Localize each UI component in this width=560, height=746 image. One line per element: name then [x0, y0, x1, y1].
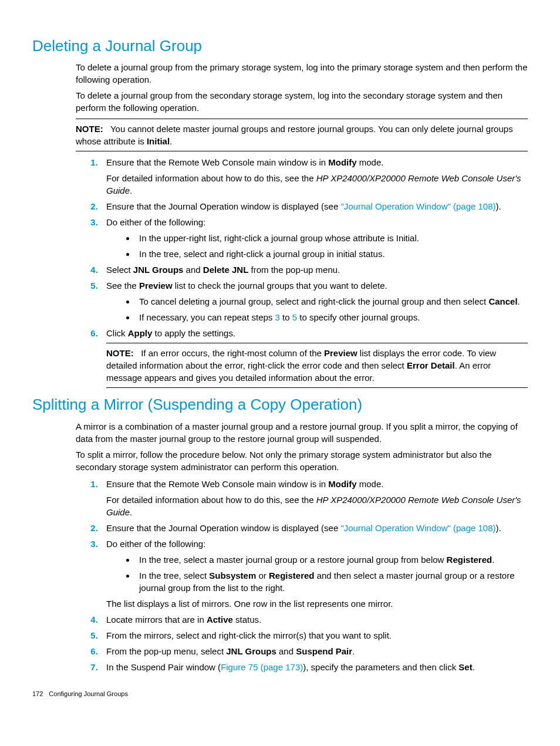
bullet: If necessary, you can repeat steps 3 to … — [136, 311, 528, 323]
bold: Initial — [147, 136, 170, 146]
para: To split a mirror, follow the procedure … — [76, 448, 528, 473]
bold: Delete JNL — [203, 265, 249, 275]
text: See the — [106, 281, 139, 291]
section-heading-deleting: Deleting a Journal Group — [32, 35, 528, 56]
link-journal-operation[interactable]: "Journal Operation Window" (page 108) — [340, 523, 495, 533]
bold: Preview — [324, 348, 357, 358]
text: For detailed information about how to do… — [106, 495, 316, 505]
text: Ensure that the Journal Operation window… — [106, 523, 340, 533]
note-text: You cannot delete master journal groups … — [76, 124, 513, 146]
section-heading-splitting: Splitting a Mirror (Suspending a Copy Op… — [32, 394, 528, 415]
step: Ensure that the Journal Operation window… — [100, 200, 528, 212]
text: If an error occurs, the right-most colum… — [141, 348, 324, 358]
para: To delete a journal group from the prima… — [76, 61, 528, 86]
text: to apply the settings. — [152, 328, 235, 338]
section-body: To delete a journal group from the prima… — [76, 61, 528, 388]
text: From the pop-up menu, select — [106, 646, 226, 656]
step: From the mirrors, select and right-click… — [100, 629, 528, 642]
step: Ensure that the Journal Operation window… — [100, 522, 528, 534]
note-box: NOTE: If an error occurs, the right-most… — [106, 343, 528, 388]
bold: JNL Groups — [226, 646, 276, 656]
step: Select JNL Groups and Delete JNL from th… — [100, 264, 528, 276]
bold: JNL Groups — [133, 265, 184, 275]
note-label: NOTE: — [106, 348, 134, 358]
text: to — [280, 312, 292, 322]
text: Do either of the following: — [106, 217, 205, 227]
link-step-3[interactable]: 3 — [275, 312, 280, 322]
bullet-list: To cancel deleting a journal group, sele… — [106, 295, 528, 323]
bold: Registered — [269, 571, 315, 580]
text: mode. — [357, 157, 384, 167]
text: list to check the journal groups that yo… — [173, 281, 387, 291]
step: Click Apply to apply the settings. NOTE:… — [100, 327, 528, 388]
bold: Error Detail — [407, 360, 455, 370]
text: . — [473, 662, 475, 672]
bold: Registered — [447, 555, 492, 565]
text: to specify other journal groups. — [297, 312, 420, 322]
text: from the pop-up menu. — [248, 265, 340, 275]
para: For detailed information about how to do… — [106, 172, 528, 197]
step: In the Suspend Pair window (Figure 75 (p… — [100, 661, 528, 673]
link-figure-75[interactable]: Figure 75 (page 173) — [221, 662, 303, 672]
bullet: In the tree, select a master journal gro… — [136, 553, 528, 566]
note-box: NOTE: You cannot delete master journal g… — [76, 119, 528, 151]
text: ). — [496, 201, 501, 211]
text: For detailed information about how to do… — [106, 173, 316, 183]
bold: Apply — [128, 328, 153, 338]
text: In the tree, select a master journal gro… — [139, 555, 447, 565]
text: Ensure that the Remote Web Console main … — [106, 157, 328, 167]
text: In the Suspend Pair window ( — [106, 662, 221, 672]
step: Locate mirrors that are in Active status… — [100, 613, 528, 626]
link-journal-operation[interactable]: "Journal Operation Window" (page 108) — [340, 201, 495, 211]
text: and — [183, 265, 203, 275]
step: Ensure that the Remote Web Console main … — [100, 478, 528, 518]
text: . — [492, 555, 494, 565]
para: The list displays a list of mirrors. One… — [106, 598, 528, 610]
footer-title: Configuring Journal Groups — [49, 690, 128, 697]
text: Ensure that the Journal Operation window… — [106, 201, 340, 211]
bullet: To cancel deleting a journal group, sele… — [136, 295, 528, 308]
text: . — [518, 296, 520, 306]
bullet: In the tree, select Subsystem or Registe… — [136, 569, 528, 594]
text: Select — [106, 265, 133, 275]
text: In the tree, select — [139, 571, 209, 580]
bold: Modify — [328, 157, 356, 167]
para: A mirror is a combination of a master jo… — [76, 420, 528, 445]
ordered-steps: Ensure that the Remote Web Console main … — [76, 156, 528, 388]
step: Do either of the following: In the upper… — [100, 216, 528, 260]
step: From the pop-up menu, select JNL Groups … — [100, 645, 528, 657]
text: ). — [496, 523, 501, 533]
step: Do either of the following: In the tree,… — [100, 538, 528, 610]
bold: Cancel — [488, 296, 517, 306]
text: Do either of the following: — [106, 539, 205, 549]
text: If necessary, you can repeat steps — [139, 312, 275, 322]
page-number: 172 — [32, 690, 43, 697]
bold: Suspend Pair — [296, 646, 352, 656]
text: . — [130, 185, 132, 195]
text: status. — [233, 615, 261, 625]
text: Locate mirrors that are in — [106, 615, 207, 625]
text: . — [130, 507, 132, 517]
para: To delete a journal group from the secon… — [76, 89, 528, 114]
bold: Set — [458, 662, 472, 672]
page-footer: 172Configuring Journal Groups — [32, 690, 528, 698]
text: . — [170, 136, 172, 146]
note-label: NOTE: — [76, 124, 103, 134]
para: For detailed information about how to do… — [106, 494, 528, 518]
bullet-list: In the tree, select a master journal gro… — [106, 553, 528, 594]
bullet: In the tree, select and right-click a jo… — [136, 248, 528, 260]
text: . — [352, 646, 355, 656]
bullet: In the upper-right list, right-click a j… — [136, 232, 528, 244]
text: ), specify the parameters and then click — [303, 662, 458, 672]
text: and — [276, 646, 296, 656]
step: Ensure that the Remote Web Console main … — [100, 156, 528, 197]
section-body: A mirror is a combination of a master jo… — [76, 420, 528, 673]
text: Click — [106, 328, 128, 338]
bold: Subsystem — [209, 571, 256, 580]
bold: Modify — [328, 479, 356, 489]
text: To cancel deleting a journal group, sele… — [139, 296, 488, 306]
text: Ensure that the Remote Web Console main … — [106, 479, 328, 489]
ordered-steps: Ensure that the Remote Web Console main … — [76, 478, 528, 673]
text: or — [256, 571, 269, 580]
link-step-5[interactable]: 5 — [292, 312, 297, 322]
